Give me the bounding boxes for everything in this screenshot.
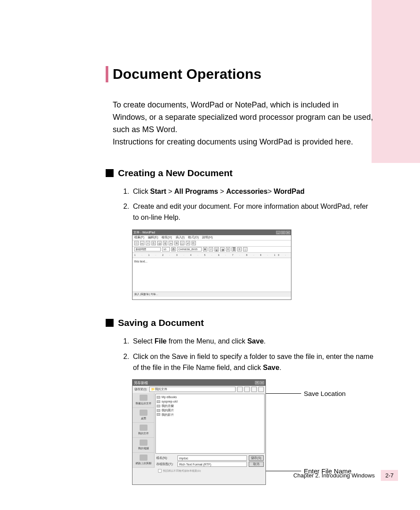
- footer-page-number: 2-7: [381, 470, 398, 481]
- callout-save-location-text: Save Location: [304, 390, 346, 397]
- intro-line-1: To create documents, WordPad or NotePad,…: [113, 99, 374, 136]
- folder-icon: [157, 409, 160, 412]
- paste-icon: ▢: [180, 241, 184, 245]
- sidebar-desktop: 桌面: [133, 408, 154, 423]
- menu-insert: 插入(I): [176, 235, 185, 240]
- save-sidebar: 我最近的文件 桌面 我的文件 我的電腦 網路上的芳鄰: [133, 393, 155, 468]
- page-footer: Chapter 2. Introducing Windows 2-7: [293, 470, 398, 481]
- align-center-icon: ≣: [232, 247, 236, 251]
- wordpad-title-text: 文件 - WordPad: [133, 230, 155, 235]
- help-icon: ?: [255, 381, 259, 384]
- window-buttons: _ □ ×: [276, 231, 290, 234]
- square-bullet-icon: [106, 169, 114, 177]
- sidebar-recent: 我最近的文件: [133, 393, 154, 408]
- section-creating-heading: Creating a New Document: [106, 168, 374, 178]
- step1-wordpad: WordPad: [274, 188, 305, 195]
- step1-prefix: Click: [133, 188, 150, 195]
- creating-step-2: 2. Create and edit your document. For mo…: [123, 201, 374, 223]
- step1-allprograms: All Programs: [174, 188, 218, 195]
- file-list: My eBooks sysprep-old 我的音樂 我的圖片 我的影片: [155, 394, 265, 454]
- footer-chapter: Chapter 2. Introducing Windows: [293, 472, 375, 479]
- creating-step-1: 1. Click Start > All Programs > Accessor…: [123, 186, 374, 197]
- lang-icon: 西: [171, 247, 176, 251]
- save-main: My eBooks sysprep-old 我的音樂 我的圖片 我的影片 檔名(…: [155, 393, 265, 468]
- square-bullet-icon: [106, 319, 114, 327]
- font-name-select: 新細明體: [134, 247, 161, 251]
- save-dialog-winbtns: ? ×: [255, 381, 264, 384]
- step1-accessories: Accessories: [226, 188, 268, 195]
- menu-view: 檢視(V): [162, 235, 172, 240]
- wordpad-statusbar: 插入 [英數等] 均等…: [133, 292, 291, 297]
- wordpad-titlebar: 文件 - WordPad _ □ ×: [133, 230, 291, 235]
- print-icon: ⎙: [151, 241, 156, 245]
- cancel-button: 取消: [249, 462, 264, 467]
- intro-text: To create documents, WordPad or NotePad,…: [113, 99, 374, 148]
- sidebar-mydocs: 我的文件: [133, 423, 154, 438]
- menu-help: 說明(H): [202, 235, 213, 240]
- underline-icon: U: [214, 247, 219, 251]
- find-icon: ⚲: [163, 241, 167, 245]
- save-button: 儲存(S): [249, 455, 264, 461]
- maximize-icon: □: [281, 231, 285, 234]
- chapter-tab-marker: [372, 0, 420, 163]
- preview-icon: ◎: [157, 241, 162, 245]
- save-in-select: 📁 我的文件: [149, 387, 236, 392]
- checkbox-icon: [158, 469, 162, 473]
- mycomputer-icon: [140, 440, 147, 446]
- save-dialog-area: 另存新檔 ? × 儲存於(I): 📁 我的文件 我最近的文件: [132, 379, 374, 485]
- date-icon: ⏲: [192, 241, 196, 245]
- save-dialog-screenshot: 另存新檔 ? × 儲存於(I): 📁 我的文件 我最近的文件: [132, 379, 266, 485]
- back-icon: [237, 387, 243, 392]
- folder-icon: [157, 405, 160, 407]
- filetype-label: 存檔類型(T):: [156, 462, 176, 466]
- step-number: 1.: [123, 336, 129, 347]
- folder-icon: [157, 400, 160, 403]
- callout-line: [266, 393, 301, 394]
- saving-step-1: 1. Select File from the Menu, and click …: [123, 336, 374, 347]
- encoding-select: CHINESE_BIG5: [177, 247, 202, 251]
- close-icon: ×: [260, 381, 264, 384]
- step-number: 2.: [123, 201, 129, 212]
- list-item: 我的影片: [157, 413, 263, 417]
- mydocs-icon: [140, 425, 147, 431]
- sidebar-mycomputer: 我的電腦: [133, 438, 154, 453]
- desktop-icon: [140, 410, 147, 416]
- filename-row: 檔名(N): mydoc 儲存(S): [156, 455, 264, 461]
- wordpad-body: this text...: [133, 258, 291, 292]
- list-item: My eBooks: [157, 395, 263, 399]
- font-size-select: 10: [162, 247, 170, 251]
- save-in-row: 儲存於(I): 📁 我的文件: [133, 386, 265, 393]
- page-title: Document Operations: [113, 66, 374, 82]
- save-in-value: 我的文件: [155, 387, 167, 392]
- saving-step-2: 2. Click on the Save in field to specify…: [123, 351, 374, 373]
- filetype-row: 存檔類型(T): Rich Text Format (RTF) 取消: [156, 462, 264, 467]
- intro-line-2: Instructions for creating documents usin…: [113, 136, 374, 148]
- save-bottom: 檔名(N): mydoc 儲存(S) 存檔類型(T): Rich Text Fo…: [155, 455, 265, 468]
- filetype-select: Rich Text Format (RTF): [177, 462, 247, 467]
- up-icon: [244, 387, 250, 392]
- wordpad-formatbar: 新細明體 10 西 CHINESE_BIG5 B I U ◑ ≡ ≣ ≡ ⋮: [133, 247, 291, 253]
- close-icon: ×: [286, 231, 290, 234]
- color-icon: ◑: [220, 247, 225, 251]
- menu-file: 檔案(F): [134, 235, 144, 240]
- menu-edit: 編輯(E): [148, 235, 158, 240]
- section-saving-title: Saving a Document: [118, 318, 204, 328]
- open-icon: ▭: [140, 241, 144, 245]
- minimize-icon: _: [276, 231, 280, 234]
- bold-icon: B: [203, 247, 207, 251]
- filename-input: mydoc: [177, 455, 247, 461]
- page-content: Document Operations To create documents,…: [106, 66, 374, 485]
- newfolder-icon: [251, 387, 257, 392]
- align-left-icon: ≡: [226, 247, 230, 251]
- list-item: 我的圖片: [157, 408, 263, 413]
- section-creating-title: Creating a New Document: [118, 168, 232, 178]
- bullets-icon: ⋮: [243, 247, 247, 251]
- save-dialog-body: 我最近的文件 桌面 我的文件 我的電腦 網路上的芳鄰 My eBooks sys…: [133, 393, 265, 468]
- save-default-check: 預設將以不同格式儲存本檔案(D): [133, 468, 265, 474]
- save-dialog-titlebar: 另存新檔 ? ×: [133, 380, 265, 386]
- section-saving-heading: Saving a Document: [106, 318, 374, 328]
- new-icon: □: [134, 241, 139, 245]
- copy-icon: ⧉: [174, 241, 179, 245]
- folder-icon: [157, 413, 160, 416]
- save-dialog-title: 另存新檔: [134, 381, 148, 385]
